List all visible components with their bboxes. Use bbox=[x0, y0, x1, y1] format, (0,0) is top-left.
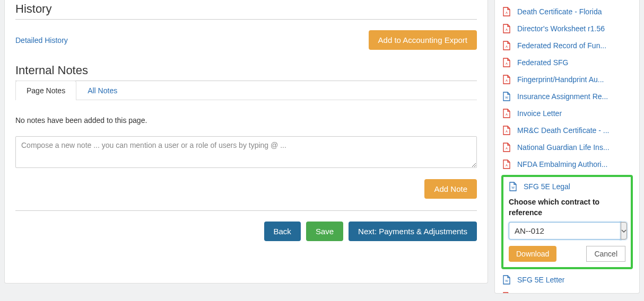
svg-text:A: A bbox=[506, 130, 508, 133]
svg-text:A: A bbox=[506, 147, 508, 150]
divider bbox=[15, 19, 477, 20]
tab-all-notes[interactable]: All Notes bbox=[76, 81, 128, 100]
notes-tabs: Page Notes All Notes bbox=[15, 81, 477, 100]
doc-icon: W bbox=[502, 275, 511, 285]
file-label[interactable]: Invoice Letter bbox=[517, 108, 562, 119]
internal-notes-title: Internal Notes bbox=[15, 64, 477, 77]
file-item[interactable]: AFingerprint/Handprint Au... bbox=[501, 71, 633, 88]
pdf-icon: A bbox=[502, 292, 511, 294]
file-label[interactable]: Director's Worksheet r1.56 bbox=[517, 23, 605, 34]
back-button[interactable]: Back bbox=[264, 222, 301, 241]
file-item[interactable]: AMR&C Death Certificate - ... bbox=[501, 122, 633, 139]
history-title: History bbox=[15, 2, 477, 16]
pdf-icon: A bbox=[502, 109, 511, 118]
file-item[interactable]: WSFG 5E Letter bbox=[501, 271, 633, 288]
svg-text:A: A bbox=[506, 62, 508, 65]
history-row: Detailed History Add to Accounting Expor… bbox=[15, 30, 477, 50]
file-item[interactable]: WInsurance Assignment Re... bbox=[501, 88, 633, 105]
divider bbox=[15, 210, 477, 211]
svg-text:W: W bbox=[505, 279, 508, 282]
file-label[interactable]: Federated SFG bbox=[517, 57, 569, 68]
file-item[interactable]: W SFG 5E Legal bbox=[509, 181, 625, 193]
cancel-button[interactable]: Cancel bbox=[586, 246, 625, 262]
file-item[interactable]: ANFDA Embalming Authori... bbox=[501, 156, 633, 173]
doc-icon: W bbox=[509, 182, 517, 191]
file-item[interactable]: ASSA-721 Statement of Dea... bbox=[501, 288, 633, 294]
file-item[interactable]: ADeath Certificate - Florida bbox=[501, 3, 633, 20]
file-item[interactable]: ADirector's Worksheet r1.56 bbox=[501, 20, 633, 37]
contract-select-input[interactable] bbox=[509, 222, 621, 240]
notes-empty-text: No notes have been added to this page. bbox=[15, 116, 477, 125]
add-to-accounting-export-button[interactable]: Add to Accounting Export bbox=[369, 30, 477, 50]
chevron-down-icon bbox=[621, 228, 626, 234]
add-note-button[interactable]: Add Note bbox=[424, 179, 477, 199]
svg-text:W: W bbox=[511, 186, 515, 189]
doc-icon: W bbox=[502, 92, 511, 101]
pdf-icon: A bbox=[502, 24, 511, 33]
main-panel: History Detailed History Add to Accounti… bbox=[4, 0, 488, 284]
pdf-icon: A bbox=[502, 58, 511, 67]
file-item[interactable]: AFederated SFG bbox=[501, 54, 633, 71]
file-label[interactable]: Insurance Assignment Re... bbox=[517, 91, 608, 102]
footer-buttons: Back Save Next: Payments & Adjustments bbox=[15, 222, 477, 241]
pdf-icon: A bbox=[502, 126, 511, 135]
file-item[interactable]: AInvoice Letter bbox=[501, 105, 633, 122]
svg-text:A: A bbox=[506, 113, 508, 116]
svg-text:A: A bbox=[506, 28, 508, 31]
svg-text:A: A bbox=[506, 11, 508, 14]
contract-select-dropdown-button[interactable] bbox=[621, 222, 627, 240]
file-item[interactable]: ANational Guardian Life Ins... bbox=[501, 139, 633, 156]
file-item[interactable]: AFederated Record of Fun... bbox=[501, 37, 633, 54]
file-label[interactable]: SFG 5E Legal bbox=[524, 181, 570, 192]
contract-reference-box: W SFG 5E Legal Choose which contract to … bbox=[501, 175, 633, 269]
detailed-history-link[interactable]: Detailed History bbox=[15, 36, 68, 45]
notes-body: No notes have been added to this page. A… bbox=[15, 100, 477, 199]
svg-text:A: A bbox=[506, 79, 508, 82]
compose-note-textarea[interactable] bbox=[15, 136, 477, 168]
file-label[interactable]: Federated Record of Fun... bbox=[517, 40, 606, 51]
file-label[interactable]: National Guardian Life Ins... bbox=[517, 142, 610, 153]
svg-text:A: A bbox=[506, 164, 508, 167]
file-label[interactable]: Death Certificate - Florida bbox=[517, 6, 602, 17]
svg-text:W: W bbox=[505, 96, 508, 99]
download-button[interactable]: Download bbox=[509, 246, 556, 262]
next-button[interactable]: Next: Payments & Adjustments bbox=[349, 222, 477, 241]
file-label[interactable]: SSA-721 Statement of Dea... bbox=[517, 291, 613, 294]
pdf-icon: A bbox=[502, 41, 511, 50]
tab-page-notes[interactable]: Page Notes bbox=[15, 81, 76, 100]
contract-select[interactable] bbox=[509, 222, 625, 240]
file-label[interactable]: SFG 5E Letter bbox=[517, 275, 564, 285]
file-label[interactable]: MR&C Death Certificate - ... bbox=[517, 125, 610, 136]
file-label[interactable]: Fingerprint/Handprint Au... bbox=[517, 74, 604, 85]
file-label[interactable]: NFDA Embalming Authori... bbox=[517, 159, 607, 170]
pdf-icon: A bbox=[502, 160, 511, 169]
side-panel: ADeath Certificate - FloridaADirector's … bbox=[494, 0, 640, 294]
pdf-icon: A bbox=[502, 75, 511, 84]
contract-prompt: Choose which contract to reference bbox=[509, 197, 625, 218]
pdf-icon: A bbox=[502, 7, 511, 16]
save-button[interactable]: Save bbox=[306, 222, 343, 241]
pdf-icon: A bbox=[502, 143, 511, 152]
svg-text:A: A bbox=[506, 45, 508, 48]
